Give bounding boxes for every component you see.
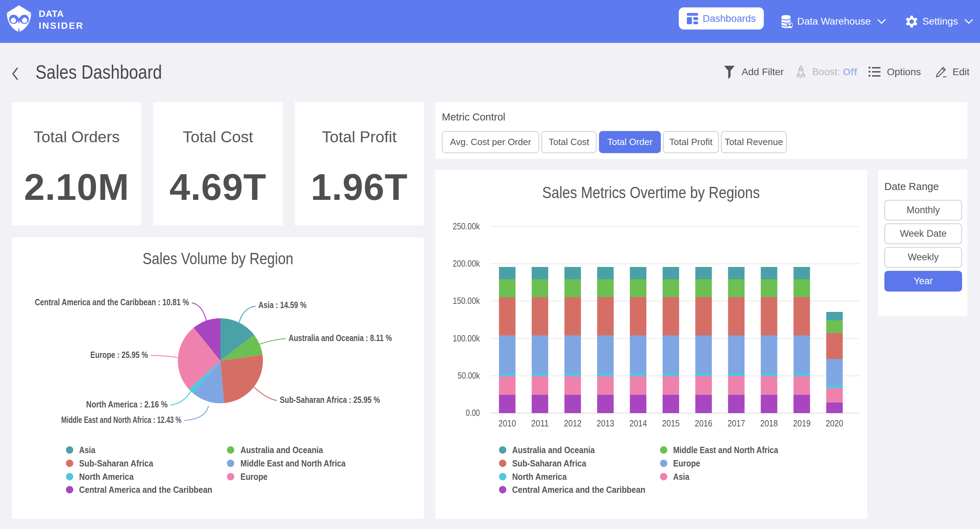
svg-text:Sales Volume by Region: Sales Volume by Region — [143, 249, 294, 268]
svg-text:150.00k: 150.00k — [453, 296, 480, 306]
svg-text:Central America and the Caribb: Central America and the Caribbean — [79, 485, 212, 494]
svg-text:Australia and Oceania : 8.11 %: Australia and Oceania : 8.11 % — [289, 333, 392, 343]
svg-text:2015: 2015 — [662, 418, 680, 428]
svg-text:2019: 2019 — [793, 418, 811, 428]
svg-text:250.00k: 250.00k — [453, 221, 480, 231]
svg-text:Central America and the Caribb: Central America and the Caribbean : 10.8… — [35, 297, 189, 307]
svg-text:North America: North America — [512, 472, 567, 481]
svg-text:Sub-Saharan Africa: Sub-Saharan Africa — [512, 458, 587, 468]
svg-text:Australia and Oceania: Australia and Oceania — [512, 445, 595, 455]
svg-text:Middle East and North Africa: Middle East and North Africa — [240, 458, 346, 468]
svg-text:2016: 2016 — [695, 418, 713, 428]
svg-text:2017: 2017 — [728, 418, 745, 428]
svg-text:Sub-Saharan Africa : 25.95 %: Sub-Saharan Africa : 25.95 % — [280, 394, 380, 405]
svg-text:Asia: Asia — [79, 445, 95, 455]
svg-text:North America : 2.16 %: North America : 2.16 % — [86, 399, 168, 410]
svg-text:2018: 2018 — [760, 418, 778, 428]
svg-text:2013: 2013 — [597, 418, 614, 428]
svg-text:Asia: Asia — [673, 472, 690, 481]
svg-text:Europe : 25.95 %: Europe : 25.95 % — [90, 349, 148, 360]
svg-text:2012: 2012 — [564, 418, 581, 428]
svg-text:200.00k: 200.00k — [453, 259, 480, 268]
svg-text:2014: 2014 — [629, 418, 647, 428]
svg-text:2020: 2020 — [826, 418, 843, 428]
svg-text:0.00: 0.00 — [466, 408, 480, 418]
svg-text:North America: North America — [79, 472, 134, 481]
svg-text:Asia : 14.59 %: Asia : 14.59 % — [258, 300, 307, 310]
svg-text:Central America and the Caribb: Central America and the Caribbean — [512, 485, 645, 494]
svg-text:Middle East and North Africa: Middle East and North Africa — [673, 445, 779, 455]
svg-text:Europe: Europe — [673, 458, 700, 468]
svg-text:Europe: Europe — [240, 472, 267, 481]
svg-text:2010: 2010 — [498, 418, 516, 428]
svg-text:100.00k: 100.00k — [453, 334, 480, 343]
svg-text:50.00k: 50.00k — [458, 370, 480, 380]
svg-text:2011: 2011 — [531, 418, 549, 428]
svg-text:Sales Metrics Overtime by Regi: Sales Metrics Overtime by Regions — [542, 183, 760, 202]
svg-text:Sub-Saharan Africa: Sub-Saharan Africa — [79, 458, 154, 468]
svg-text:Australia and Oceania: Australia and Oceania — [240, 445, 323, 455]
svg-text:Middle East and North Africa :: Middle East and North Africa : 12.43 % — [61, 415, 181, 425]
